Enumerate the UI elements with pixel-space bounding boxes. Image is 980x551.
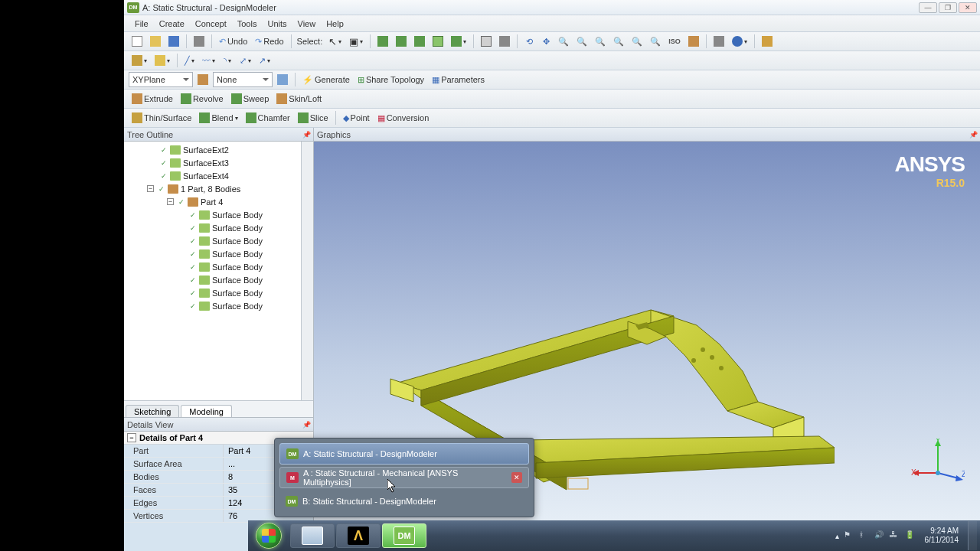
new-plane-button[interactable] [194,72,211,87]
menu-tools[interactable]: Tools [233,18,262,30]
select-mode-button[interactable]: ↖▾ [325,34,345,49]
move-tool-button[interactable]: ↗▾ [256,53,273,68]
sketch-grid-button[interactable]: ▾ [152,53,173,68]
tree-item[interactable]: ✓Surface Body [124,234,301,247]
show-desktop-button[interactable] [968,521,977,550]
expander-icon[interactable]: − [147,185,154,192]
sel-point-button[interactable] [374,34,391,49]
tab-modeling[interactable]: Modeling [181,405,232,417]
spline-tool-button[interactable]: 〰▾ [199,53,218,68]
share-topology-button[interactable]: ⊞Share Topology [354,72,427,87]
line-tool-button[interactable]: ╱▾ [181,53,198,68]
save-button[interactable] [165,34,182,49]
task-explorer[interactable] [290,523,335,548]
sel-edge-button[interactable] [393,34,410,49]
plane-vis-button[interactable] [710,34,727,49]
tree-item[interactable]: −✓1 Part, 8 Bodies [124,182,301,195]
box-select-button[interactable] [478,34,495,49]
pan-button[interactable]: ✥ [538,34,554,49]
tree-item[interactable]: ✓SurfaceExt4 [124,169,301,182]
parameters-button[interactable]: ▦Parameters [429,72,488,87]
menu-concept[interactable]: Concept [191,18,231,30]
taskbar-thumbnail[interactable]: DMA: Static Structural - DesignModeler [279,443,529,465]
iso-button[interactable]: ISO [665,34,684,49]
tree-item[interactable]: ✓Surface Body [124,208,301,221]
select-filter-button[interactable]: ▣▾ [346,34,366,49]
collapse-icon[interactable]: − [127,433,136,442]
lasso-select-button[interactable] [496,34,513,49]
pin-icon[interactable]: 📌 [969,131,977,139]
undo-button[interactable]: ↶Undo [216,34,250,49]
task-ansys-wb[interactable]: Λ [336,523,381,548]
sel-face-button[interactable] [411,34,428,49]
box-zoom-button[interactable]: 🔍 [573,34,590,49]
menu-help[interactable]: Help [322,18,348,30]
blend-button[interactable]: Blend ▾ [196,110,240,126]
menu-create[interactable]: Create [155,18,189,30]
minimize-button[interactable]: — [919,2,937,13]
rotate-button[interactable]: ⟲ [521,34,537,49]
tree-item[interactable]: ✓Surface Body [124,273,301,286]
taskbar-thumbnail[interactable]: MA : Static Structural - Mechanical [ANS… [279,467,529,488]
menu-view[interactable]: View [293,18,321,30]
open-button[interactable] [147,34,164,49]
view-triad[interactable]: Y X Z [911,439,965,492]
tree-item[interactable]: ✓Surface Body [124,299,301,312]
sweep-button[interactable]: Sweep [228,91,273,106]
tree-item[interactable]: ✓Surface Body [124,247,301,260]
tray-flag-icon[interactable]: ⚑ [844,530,854,541]
close-button[interactable]: ✕ [959,2,977,13]
ruler-button[interactable] [759,34,776,49]
expander-icon[interactable]: − [167,198,174,205]
tray-battery-icon[interactable]: 🔋 [905,530,916,541]
magnify-button[interactable]: 🔍 [610,34,627,49]
tray-network-icon[interactable]: 🖧 [890,530,900,541]
taskbar-thumbnail[interactable]: DMB: Static Structural - DesignModeler [279,491,529,512]
skin-loft-button[interactable]: Skin/Loft [273,91,325,106]
sel-extend-button[interactable]: ▾ [448,34,469,49]
tree-item[interactable]: ✓SurfaceExt3 [124,156,301,169]
menu-units[interactable]: Units [263,18,291,30]
zoom-button[interactable]: 🔍 [555,34,572,49]
generate-button[interactable]: ⚡Generate [299,72,353,87]
print-button[interactable] [191,34,207,49]
maximize-button[interactable]: ❐ [939,2,957,13]
pin-icon[interactable]: 📌 [302,131,310,139]
new-sketch-button[interactable] [274,72,291,87]
slice-button[interactable]: Slice [295,110,332,126]
chamfer-button[interactable]: Chamfer [243,110,293,126]
redo-button[interactable]: ↷Redo [252,34,286,49]
tree-item[interactable]: ✓Surface Body [124,221,301,234]
tree-outline[interactable]: ✓SurfaceExt2✓SurfaceExt3✓SurfaceExt4−✓1 … [124,142,301,400]
prev-view-button[interactable]: 🔍 [629,34,645,49]
sel-body-button[interactable] [430,34,446,49]
look-at-button[interactable] [685,34,702,49]
sketch-fill-button[interactable]: ▾ [129,53,150,68]
new-button[interactable] [129,34,145,49]
tree-item[interactable]: ✓Surface Body [124,286,301,299]
conversion-button[interactable]: ▦Conversion [374,110,433,126]
tab-sketching[interactable]: Sketching [126,405,179,417]
plane-combo[interactable]: XYPlane [129,72,193,87]
thumbnail-close-button[interactable]: ✕ [511,472,522,483]
tree-item[interactable]: ✓Surface Body [124,260,301,273]
task-designmodeler[interactable]: DM [382,523,426,548]
start-button[interactable] [248,520,289,551]
tray-bluetooth-icon[interactable]: ᚼ [859,530,870,541]
tray-clock[interactable]: 9:24 AM 6/11/2014 [920,527,964,545]
revolve-button[interactable]: Revolve [178,91,227,106]
next-view-button[interactable]: 🔍 [647,34,664,49]
menu-file[interactable]: File [130,18,153,30]
sketch-combo[interactable]: None [213,72,273,87]
display-mode-button[interactable]: ▾ [729,34,750,49]
construction-line-button[interactable]: ⤢▾ [237,53,254,68]
tray-expand-icon[interactable]: ▴ [835,532,839,540]
extrude-button[interactable]: Extrude [129,91,176,106]
fit-button[interactable]: 🔍 [592,34,609,49]
tree-item[interactable]: ✓SurfaceExt2 [124,143,301,156]
tree-scrollbar[interactable] [301,142,313,400]
arc-tool-button[interactable]: ◝▾ [220,53,235,68]
pin-icon[interactable]: 📌 [302,421,310,429]
tree-item[interactable]: −✓Part 4 [124,195,301,208]
tray-volume-icon[interactable]: 🔊 [874,530,885,541]
